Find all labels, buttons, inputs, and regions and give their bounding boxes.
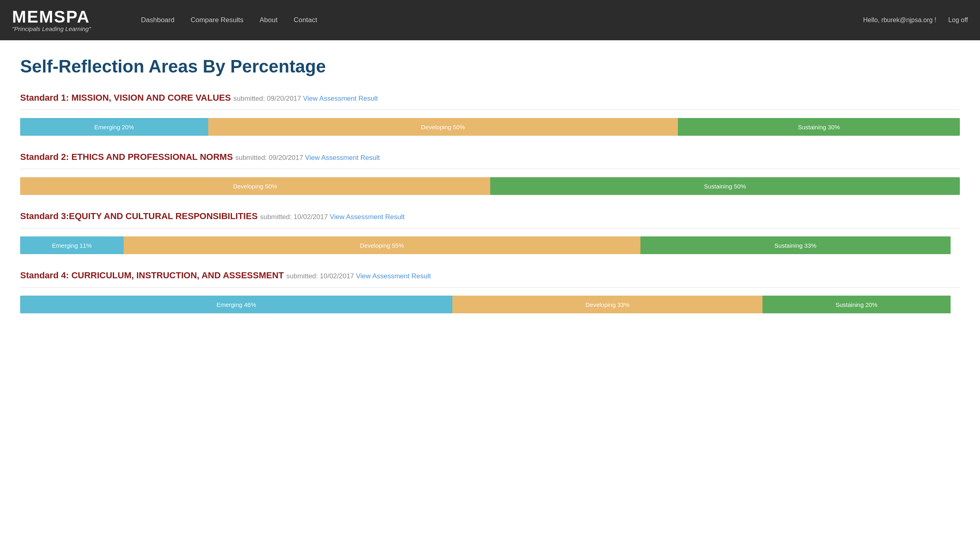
main-content: Self-Reflection Areas By Percentage Stan… xyxy=(0,40,980,346)
standard-1: Standard 1: MISSION, VISION AND CORE VAL… xyxy=(20,93,960,136)
logo-title: MEMSPA xyxy=(12,8,117,25)
nav-link-compare-results[interactable]: Compare Results xyxy=(191,16,243,24)
standard-1-progress-bar: Emerging 20%Developing 50%Sustaining 30% xyxy=(20,118,960,136)
nav-links: DashboardCompare ResultsAboutContact xyxy=(141,16,863,24)
standard-3-bar-sustaining: Sustaining 33% xyxy=(640,236,951,254)
site-logo: MEMSPA "Principals Leading Learning" xyxy=(12,8,117,32)
standard-2: Standard 2: ETHICS AND PROFESSIONAL NORM… xyxy=(20,152,960,195)
standard-3-bar-emerging: Emerging 11% xyxy=(20,236,124,254)
standard-3-view-link[interactable]: View Assessment Result xyxy=(330,213,405,221)
standard-4-bar-emerging: Emerging 46% xyxy=(20,296,452,313)
user-greeting: Hello, rburek@njpsa.org ! xyxy=(863,17,936,24)
standard-2-bar-developing: Developing 50% xyxy=(20,177,490,195)
standard-2-bar-sustaining: Sustaining 50% xyxy=(490,177,960,195)
standard-4-bar-developing: Developing 33% xyxy=(452,296,762,313)
standard-1-heading: Standard 1: MISSION, VISION AND CORE VAL… xyxy=(20,93,960,103)
logoff-link[interactable]: Log off xyxy=(948,17,968,24)
standard-4-view-link[interactable]: View Assessment Result xyxy=(356,272,431,280)
navbar: MEMSPA "Principals Leading Learning" Das… xyxy=(0,0,980,40)
standard-1-bar-developing: Developing 50% xyxy=(208,118,678,136)
standard-2-title: Standard 2: ETHICS AND PROFESSIONAL NORM… xyxy=(20,152,235,162)
standard-3-title: Standard 3:EQUITY AND CULTURAL RESPONSIB… xyxy=(20,211,260,221)
standard-1-bar-sustaining: Sustaining 30% xyxy=(678,118,960,136)
standard-2-heading: Standard 2: ETHICS AND PROFESSIONAL NORM… xyxy=(20,152,960,162)
standard-2-submitted: submitted: 09/20/2017 xyxy=(235,154,305,162)
nav-link-contact[interactable]: Contact xyxy=(294,16,317,24)
standard-3-heading: Standard 3:EQUITY AND CULTURAL RESPONSIB… xyxy=(20,211,960,222)
standard-1-title: Standard 1: MISSION, VISION AND CORE VAL… xyxy=(20,93,233,103)
standard-1-bar-emerging: Emerging 20% xyxy=(20,118,208,136)
standard-1-submitted: submitted: 09/20/2017 xyxy=(233,95,303,102)
standard-4-title: Standard 4: CURRICULUM, INSTRUCTION, AND… xyxy=(20,270,286,280)
nav-right: Hello, rburek@njpsa.org ! Log off xyxy=(863,17,968,24)
standard-2-progress-bar: Developing 50%Sustaining 50% xyxy=(20,177,960,195)
standard-4-progress-bar: Emerging 46%Developing 33%Sustaining 20% xyxy=(20,296,960,313)
standard-3-progress-bar: Emerging 11%Developing 55%Sustaining 33% xyxy=(20,236,960,254)
standard-1-view-link[interactable]: View Assessment Result xyxy=(303,95,378,102)
standard-4: Standard 4: CURRICULUM, INSTRUCTION, AND… xyxy=(20,270,960,313)
standard-4-submitted: submitted: 10/02/2017 xyxy=(286,272,356,280)
nav-link-about[interactable]: About xyxy=(260,16,278,24)
nav-link-dashboard[interactable]: Dashboard xyxy=(141,16,174,24)
standard-3-bar-developing: Developing 55% xyxy=(124,236,640,254)
standard-3-submitted: submitted: 10/02/2017 xyxy=(260,213,330,221)
standard-3: Standard 3:EQUITY AND CULTURAL RESPONSIB… xyxy=(20,211,960,254)
logo-subtitle: "Principals Leading Learning" xyxy=(12,25,117,32)
standard-4-bar-sustaining: Sustaining 20% xyxy=(762,296,951,313)
standard-4-heading: Standard 4: CURRICULUM, INSTRUCTION, AND… xyxy=(20,270,960,281)
standards-container: Standard 1: MISSION, VISION AND CORE VAL… xyxy=(20,93,960,313)
page-title: Self-Reflection Areas By Percentage xyxy=(20,56,960,77)
standard-2-view-link[interactable]: View Assessment Result xyxy=(305,154,380,162)
